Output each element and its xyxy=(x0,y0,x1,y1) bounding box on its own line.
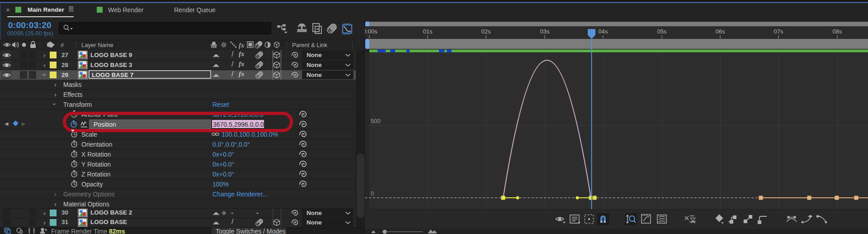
svg-text:04s: 04s xyxy=(599,28,608,35)
svg-text:Layer Name: Layer Name xyxy=(81,42,113,48)
svg-text:#: # xyxy=(61,42,64,48)
svg-text:500: 500 xyxy=(371,118,381,124)
svg-text:fx: fx xyxy=(239,42,245,49)
svg-text:07s: 07s xyxy=(774,28,783,35)
svg-text:Parent & Link: Parent & Link xyxy=(292,42,328,48)
svg-text:01s: 01s xyxy=(423,28,433,35)
svg-text:08s: 08s xyxy=(833,28,842,35)
svg-text:0:00s: 0:00s xyxy=(365,28,377,35)
svg-text:05s: 05s xyxy=(657,28,667,35)
svg-text:02s: 02s xyxy=(481,28,491,35)
svg-text:03s: 03s xyxy=(540,28,550,35)
svg-text:0: 0 xyxy=(371,190,374,197)
svg-text:06s: 06s xyxy=(716,28,725,35)
